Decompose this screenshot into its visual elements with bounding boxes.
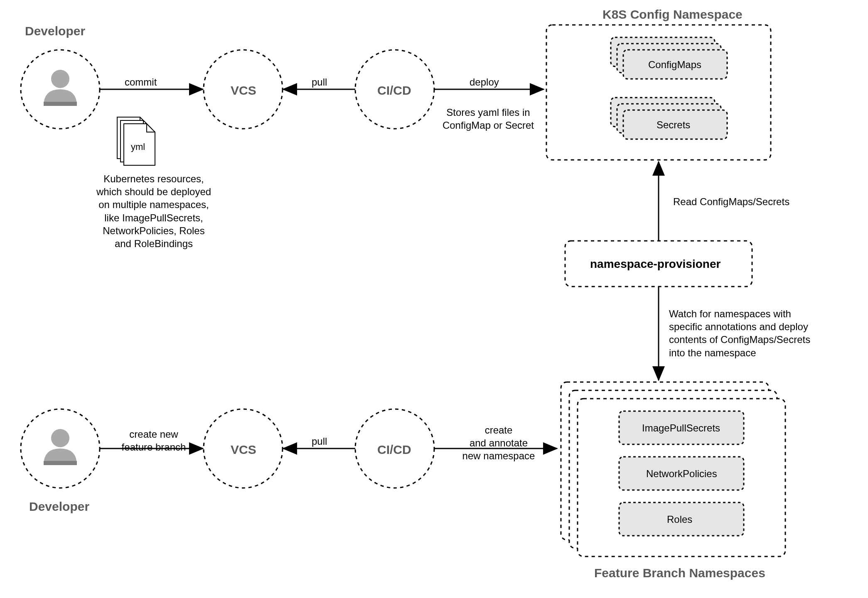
svg-point-1 — [51, 70, 69, 88]
label-create-branch: create new feature branch — [116, 428, 191, 453]
label-read-configmaps: Read ConfigMaps/Secrets — [673, 195, 789, 208]
label-pull-bottom: pull — [312, 435, 327, 448]
feature-branch-title: Feature Branch Namespaces — [594, 565, 765, 581]
vcs-bottom-label: VCS — [231, 441, 256, 458]
networkpolicies-label: NetworkPolicies — [646, 467, 717, 480]
label-pull-top: pull — [312, 76, 327, 88]
label-deploy: deploy — [470, 76, 499, 88]
diagram-canvas: Developer Developer VCS CI/CD VCS CI/CD … — [0, 0, 868, 598]
label-watch-namespaces: Watch for namespaces with specific annot… — [669, 307, 819, 359]
yml-description: Kubernetes resources, which should be de… — [91, 172, 216, 250]
namespace-provisioner-label: namespace-provisioner — [590, 257, 720, 272]
label-create-namespace: create and annotate new namespace — [455, 424, 542, 463]
cicd-top-label: CI/CD — [377, 82, 411, 98]
secrets-label: Secrets — [657, 118, 690, 131]
person-icon — [44, 429, 77, 465]
diagram-svg — [0, 0, 868, 598]
person-icon — [44, 70, 77, 106]
roles-label: Roles — [667, 513, 692, 526]
cicd-bottom-label: CI/CD — [377, 441, 411, 458]
label-deploy-note: Stores yaml files in ConfigMap or Secret — [440, 106, 536, 132]
vcs-top-label: VCS — [231, 82, 256, 98]
svg-rect-2 — [44, 102, 77, 106]
svg-rect-10 — [44, 461, 77, 465]
label-commit: commit — [125, 76, 157, 88]
developer-bottom-label: Developer — [29, 498, 89, 515]
configmaps-label: ConfigMaps — [648, 58, 701, 71]
developer-top-label: Developer — [25, 23, 85, 39]
svg-point-9 — [51, 429, 69, 447]
k8s-config-title: K8S Config Namespace — [602, 6, 743, 22]
imagepullsecrets-label: ImagePullSecrets — [642, 422, 720, 434]
yml-file-label: yml — [131, 141, 145, 153]
